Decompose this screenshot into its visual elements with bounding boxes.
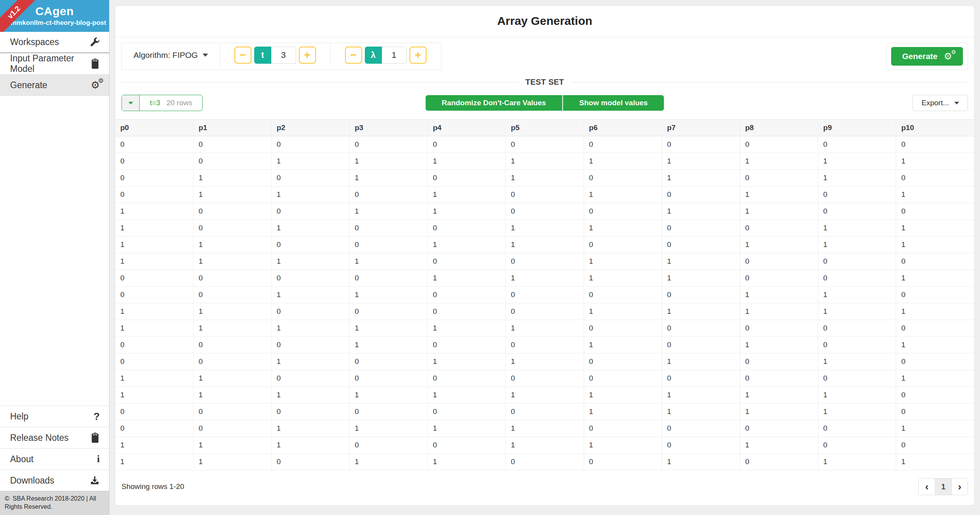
sidebar-item-release-notes[interactable]: Release Notes [0,427,109,448]
test-set-action-buttons: Randomize Don't-Care Values Show model v… [425,95,664,111]
table-cell: 0 [428,253,506,270]
test-set-table: p0p1p2p3p4p5p6p7p8p9p1000000000000001111… [115,119,974,470]
table-cell: 1 [271,387,349,404]
table-cell: 1 [896,186,974,203]
table-cell: 0 [506,303,584,320]
table-cell: 0 [271,270,349,287]
table-cell: 0 [740,170,818,186]
table-cell: 0 [740,370,818,387]
column-header-p0: p0 [115,120,193,136]
table-cell: 0 [428,170,506,186]
table-row: 11110011000 [115,253,974,270]
table-cell: 1 [896,454,974,470]
table-cell: 0 [584,353,662,370]
showing-rows-text: Showing rows 1-20 [121,482,184,491]
table-cell: 1 [584,303,662,320]
copyright-text: SBA Research 2018-2020 | All Rights Rese… [5,495,96,510]
next-page-button[interactable]: › [951,478,968,495]
t-increment-button[interactable]: + [299,47,316,64]
algorithm-dropdown[interactable]: Algorithm: FIPOG [134,50,208,60]
t-decrement-button[interactable]: − [234,47,252,64]
table-cell: 0 [740,353,818,370]
table-cell: 1 [584,437,662,454]
sidebar-item-input-parameter-model[interactable]: Input Parameter Model [0,53,109,75]
table-cell: 1 [740,287,818,303]
table-cell: 1 [350,320,428,337]
table-cell: 0 [428,136,506,153]
table-cell: 0 [271,370,349,387]
sidebar-spacer [0,96,109,405]
table-cell: 1 [506,270,584,287]
test-set-label: TEST SET [526,78,564,87]
copyright-icon: © [5,495,10,502]
sidebar-item-help[interactable]: Help ? [0,405,109,427]
table-cell: 0 [818,253,896,270]
table-cell: 0 [193,353,271,370]
lambda-value-input[interactable]: 1 [382,47,407,64]
table-cell: 1 [740,237,818,253]
page-title: Array Generation [115,6,974,37]
column-header-p8: p8 [740,120,818,136]
t-value-input[interactable]: 3 [271,47,296,64]
sidebar-item-about[interactable]: About i [0,448,109,470]
sidebar-item-downloads[interactable]: Downloads [0,470,109,491]
table-row: 01101010101 [115,186,974,203]
table-row: 11011001011 [115,454,974,470]
t-badge: t [254,47,271,64]
lambda-increment-button[interactable]: + [409,47,427,64]
table-cell: 0 [193,220,271,237]
table-cell: 1 [818,303,896,320]
lambda-decrement-button[interactable]: − [345,47,362,64]
table-cell: 0 [818,370,896,387]
table-cell: 1 [428,454,506,470]
column-header-p6: p6 [584,120,662,136]
table-cell: 1 [350,253,428,270]
test-set-divider: TEST SET [115,78,974,87]
table-cell: 1 [662,454,740,470]
table-cell: 0 [193,270,271,287]
sidebar-header: v1.2 CAgen kommkonllm-ct-theory-blog-pos… [0,0,109,32]
table-cell: 1 [740,153,818,170]
current-page-button[interactable]: 1 [935,478,951,495]
table-cell: 0 [818,136,896,153]
table-cell: 1 [115,203,193,220]
sidebar-item-generate[interactable]: Generate ⚙⚙ [0,75,109,96]
table-cell: 0 [193,287,271,303]
table-cell: 0 [818,437,896,454]
table-cell: 1 [350,203,428,220]
table-cell: 0 [896,320,974,337]
summary-caret-segment[interactable] [122,95,140,111]
column-header-p10: p10 [896,120,974,136]
show-model-values-button[interactable]: Show model values [563,95,664,111]
table-cell: 0 [818,270,896,287]
table-cell: 0 [115,270,193,287]
table-cell: 1 [740,404,818,420]
table-cell: 0 [115,353,193,370]
sidebar-item-workspaces[interactable]: Workspaces [0,32,109,53]
table-footer: Showing rows 1-20 ‹ 1 › [115,470,974,505]
table-cell: 0 [662,186,740,203]
export-dropdown[interactable]: Export... [912,95,968,111]
randomize-dont-care-button[interactable]: Randomize Don't-Care Values [425,95,562,111]
table-cell: 0 [896,203,974,220]
test-set-summary-dropdown[interactable]: t=3 20 rows [121,95,203,111]
table-cell: 1 [896,220,974,237]
table-cell: 0 [662,420,740,437]
main-content: Array Generation Algorithm: FIPOG − t 3 [109,0,980,515]
table-cell: 0 [428,370,506,387]
table-cell: 1 [506,420,584,437]
table-cell: 0 [584,320,662,337]
generate-button[interactable]: Generate ⚙⚙ [891,47,963,66]
table-cell: 1 [271,153,349,170]
table-cell: 0 [271,237,349,253]
table-cell: 1 [584,253,662,270]
table-cell: 1 [662,387,740,404]
table-cell: 1 [271,186,349,203]
info-icon: i [88,453,100,465]
table-cell: 0 [271,454,349,470]
table-row: 01010101010 [115,170,974,186]
table-cell: 0 [428,287,506,303]
table-cell: 1 [740,303,818,320]
previous-page-button[interactable]: ‹ [919,478,935,495]
table-cell: 0 [740,320,818,337]
